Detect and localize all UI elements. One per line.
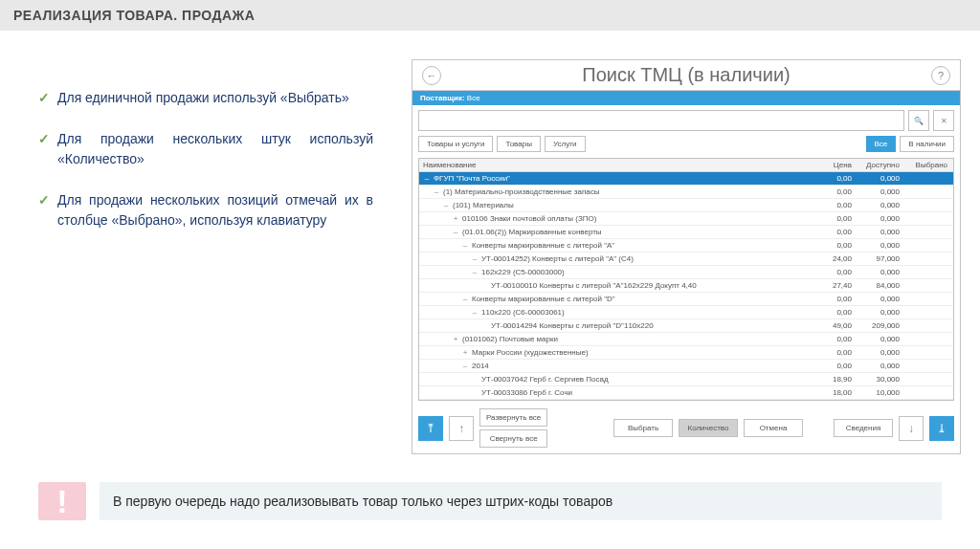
tree-toggle-icon[interactable]: + [452,335,459,343]
expand-all-button[interactable]: Развернуть все [479,408,547,427]
row-price: 0,00 [810,199,858,211]
row-name: УТ-00014294 Конверты с литерой "D"110x22… [491,321,654,330]
select-button[interactable]: Выбрать [613,419,673,437]
nav-bottom-icon[interactable]: ⤓ [929,416,954,441]
tree-toggle-icon[interactable]: – [442,201,450,209]
row-selected [905,279,953,292]
table-row[interactable]: УТ-00033086 Герб г. Сочи18,0010,000 [419,386,953,400]
col-selected: Выбрано [905,159,953,171]
row-price: 0,00 [810,226,858,238]
row-name: ФГУП "Почта России" [434,174,510,183]
tab-goods[interactable]: Товары [497,136,541,152]
supplier-label: Поставщик: [420,94,465,102]
search-icon[interactable]: 🔍 [908,110,929,131]
table-row[interactable]: –ФГУП "Почта России"0,000,000 [419,172,953,186]
table-row[interactable]: –Конверты маркированные с литерой "D"0,0… [419,293,953,306]
row-selected [905,172,953,185]
table-row[interactable]: УТ-00014294 Конверты с литерой "D"110x22… [419,319,953,333]
row-available: 0,000 [858,306,905,318]
table-row[interactable]: +(0101062) Почтовые марки0,000,000 [419,333,953,346]
row-price: 0,00 [810,346,858,359]
note-bar: ! В первую очередь надо реализовывать то… [38,482,942,520]
app-header: ← Поиск ТМЦ (в наличии) ? [412,60,960,91]
table-row[interactable]: +010106 Знаки почтовой оплаты (ЗПО)0,000… [419,212,953,226]
table-row[interactable]: –УТ-00014252) Конверты с литерой "A" (C4… [419,253,953,266]
table-row[interactable]: –(1) Материально-производственные запасы… [419,186,953,199]
table-row[interactable]: УТ-00100010 Конверты с литерой "A"162x22… [419,279,953,293]
data-grid: Наименование Цена Доступно Выбрано –ФГУП… [418,158,954,401]
app-title: Поиск ТМЦ (в наличии) [582,64,790,86]
bullet-text: Для продажи нескольких штук используй «К… [57,129,373,169]
check-icon: ✓ [38,190,50,231]
nav-down-icon[interactable]: ↓ [899,416,924,441]
check-icon: ✓ [38,88,50,108]
row-selected [905,360,953,372]
row-name: (0101062) Почтовые марки [462,335,558,343]
clear-icon[interactable]: ✕ [933,110,954,131]
tree-toggle-icon[interactable]: – [471,268,479,276]
col-available: Доступно [858,159,905,171]
row-price: 0,00 [810,239,858,252]
bullet-item: ✓Для единичной продажи используй «Выбрат… [38,88,373,108]
row-available: 30,000 [858,373,905,385]
check-icon: ✓ [38,129,50,169]
row-selected [905,306,953,318]
tab-services[interactable]: Услуги [545,136,586,152]
exclamation-icon: ! [38,482,86,520]
filter-instock-button[interactable]: В наличии [900,136,954,152]
row-name: УТ-00100010 Конверты с литерой "A"162x22… [491,281,697,290]
table-row[interactable]: –(101) Материалы0,000,000 [419,199,953,212]
tree-toggle-icon[interactable]: – [461,362,469,370]
row-name: (101) Материалы [453,201,514,209]
row-selected [905,199,953,211]
nav-up-icon[interactable]: ↑ [449,416,474,441]
col-name: Наименование [419,159,810,171]
table-row[interactable]: –20140,000,000 [419,360,953,373]
footer-toolbar: ⤒ ↑ Развернуть все Свернуть все Выбрать … [412,403,960,453]
cancel-button[interactable]: Отмена [744,419,803,437]
row-available: 209,000 [858,319,905,332]
supplier-value: Все [467,94,480,102]
row-available: 0,000 [858,172,905,185]
row-name: Конверты маркированные с литерой "A" [472,241,614,250]
tree-toggle-icon[interactable]: + [461,348,469,357]
row-price: 0,00 [810,360,858,372]
filter-all-button[interactable]: Все [866,136,897,152]
table-row[interactable]: –110x220 (C6-00003061)0,000,000 [419,306,953,319]
tree-toggle-icon[interactable]: – [423,174,431,183]
row-selected [905,186,953,198]
main-content: ✓Для единичной продажи используй «Выбрат… [0,31,980,454]
tree-toggle-icon[interactable]: – [461,241,469,250]
tree-toggle-icon[interactable]: – [433,187,440,196]
table-row[interactable]: –(01.01.06(2)) Маркированные конверты0,0… [419,226,953,239]
table-row[interactable]: –Конверты маркированные с литерой "A"0,0… [419,239,953,253]
collapse-all-button[interactable]: Свернуть все [479,429,547,448]
details-button[interactable]: Сведения [834,419,893,437]
row-selected [905,266,953,278]
tree-toggle-icon[interactable]: + [452,214,459,223]
tree-toggle-icon[interactable]: – [471,254,479,263]
app-screenshot: ← Поиск ТМЦ (в наличии) ? Поставщик: Все… [412,59,961,454]
row-name: УТ-00037042 Герб г. Сергиев Посад [481,375,609,384]
row-selected [905,253,953,265]
back-button[interactable]: ← [422,66,441,85]
row-price: 18,00 [810,386,858,399]
row-selected [905,386,953,399]
search-input[interactable] [418,110,904,131]
row-price: 0,00 [810,266,858,278]
table-row[interactable]: УТ-00037042 Герб г. Сергиев Посад18,9030… [419,373,953,386]
grid-body: –ФГУП "Почта России"0,000,000–(1) Матери… [419,172,953,400]
row-price: 24,00 [810,253,858,265]
bullet-item: ✓Для продажи нескольких позиций отмечай … [38,190,373,231]
table-row[interactable]: –162x229 (C5-00003000)0,000,000 [419,266,953,279]
nav-top-icon[interactable]: ⤒ [418,416,443,441]
tree-toggle-icon[interactable]: – [452,228,459,236]
quantity-button[interactable]: Количество [679,419,738,437]
row-price: 18,90 [810,373,858,385]
tab-goods-services[interactable]: Товары и услуги [418,136,493,152]
help-button[interactable]: ? [931,66,950,85]
tree-toggle-icon[interactable]: – [461,295,469,303]
row-name: УТ-00014252) Конверты с литерой "A" (C4) [481,254,634,263]
table-row[interactable]: +Марки России (художественные)0,000,000 [419,346,953,360]
tree-toggle-icon[interactable]: – [471,308,479,317]
